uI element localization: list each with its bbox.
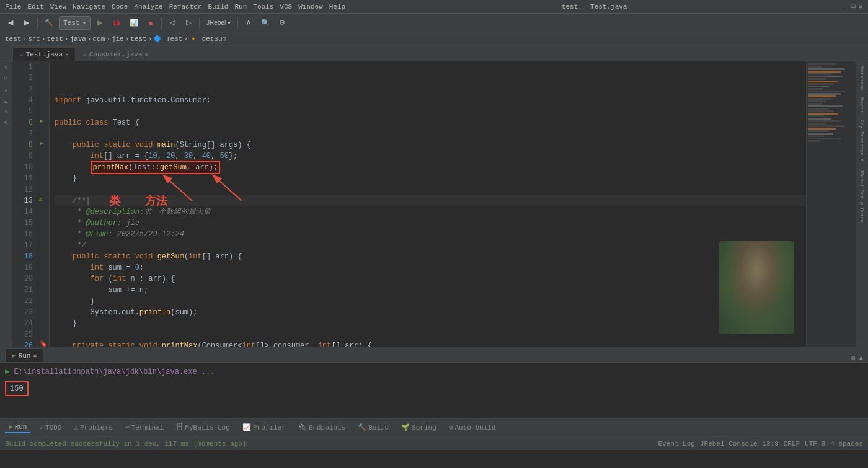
code-editor[interactable]: import java.util.function.Consumer; publ… [50,61,806,347]
breadcrumb-method[interactable]: 🔸 getSum [189,35,226,43]
menu-view[interactable]: View [50,3,66,11]
bottom-tab-problems[interactable]: ⚠ Problems [70,422,116,433]
panel-controls[interactable]: ⚙ ▲ [851,354,868,362]
charset[interactable]: UTF-8 [805,440,825,448]
close-button[interactable]: ✕ [859,2,863,11]
tab-consumer-java-close[interactable]: ✕ [145,51,149,58]
favorites-icon[interactable]: ★ [2,85,10,95]
code-line-12 [55,184,806,195]
menu-analyze[interactable]: Analyze [134,3,162,11]
ln-1: 1 [12,61,33,73]
build-button[interactable]: 🔨 [42,16,56,30]
bottom-tab-spring[interactable]: 🌱 Spring [397,422,440,433]
database-icon[interactable]: Database [859,64,865,92]
run-result-box: 150 [5,381,29,396]
bottom-tab-endpoints[interactable]: 🔌 Endpoints [294,422,349,433]
indent[interactable]: 4 spaces [830,440,863,448]
bottom-tab-autobuild[interactable]: ⚙ Auto-build [445,422,500,433]
bottom-toolbar: ▶ Run ✓ TODO ⚠ Problems ⌨ Terminal 🗄 MyB… [0,418,868,436]
web-icon[interactable]: W [2,118,10,126]
persistence-icon[interactable]: P [2,108,10,116]
bottom-tab-mybatis-label: MyBatis Log [185,424,230,431]
event-log-link[interactable]: Event Log [658,440,695,448]
menu-vcs[interactable]: VCS [280,3,292,11]
panel-settings-icon[interactable]: ⚙ [851,354,856,362]
run-gutter-6[interactable]: ▶ [40,117,43,125]
run-tab-close[interactable]: ✕ [33,352,37,360]
jrebel-right-icon[interactable]: JRebel Setup Guide [859,167,865,225]
minimize-button[interactable]: − [843,2,848,11]
menu-refactor[interactable]: Refactor [169,3,202,11]
bottom-tab-todo[interactable]: ✓ TODO [35,422,65,433]
run-config[interactable]: Test ▾ [59,16,91,30]
run-tab[interactable]: ▶ Run ✕ [5,348,43,362]
back-button[interactable]: ◀ [4,16,17,30]
code-line-7 [55,128,806,139]
jrebel-console-link[interactable]: JRebel Console [700,440,757,448]
bottom-tab-run[interactable]: ▶ Run [5,422,30,433]
run-button[interactable]: ▶ [93,16,107,30]
tab-test-java-close[interactable]: ✕ [65,51,69,58]
tab-test-java[interactable]: ☕ Test.java ✕ [12,47,76,61]
jrebel-button[interactable]: JRebel ▾ [203,16,234,30]
menu-navigate[interactable]: Navigate [73,3,105,11]
key-promoter-icon[interactable]: Key Promoter X [859,117,865,164]
bookmark-gutter-26[interactable]: 🔖 [40,340,47,347]
code-line-16: * @time: 2022/5/29 12:24 [55,229,806,240]
menu-tools[interactable]: Tools [253,3,273,11]
bottom-tab-mybatis[interactable]: 🗄 MyBatis Log [172,422,234,433]
minimap[interactable] [806,61,856,347]
code-line-4: import java.util.function.Consumer; [55,95,806,106]
translate-button[interactable]: A [242,16,255,30]
ln-15: 15 [12,218,33,229]
forward-button[interactable]: ▶ [20,16,33,30]
code-line-17: */ [55,240,806,251]
breadcrumb-jie[interactable]: jie [112,35,124,43]
breadcrumb-test3[interactable]: test [130,35,146,43]
menu-bar[interactable]: File Edit View Navigate Code Analyze Ref… [5,3,345,11]
breadcrumb-test1[interactable]: test [5,35,21,43]
status-left: Build completed successfully in 1 sec, 1… [5,440,246,448]
structure-panel-icon[interactable]: S [2,74,10,82]
ln-18: 18 [12,251,33,262]
menu-help[interactable]: Help [329,3,345,11]
menu-window[interactable]: Window [298,3,323,11]
ln-4: 4 [12,95,33,106]
code-line-8: public static void main(String[] args) { [55,139,806,151]
bottom-tab-profiler[interactable]: 📈 Profiler [239,422,290,433]
code-line-2 [55,73,806,84]
breadcrumb-java[interactable]: java [69,35,86,43]
breadcrumb-test2[interactable]: test [46,35,63,43]
breadcrumb-com[interactable]: com [92,35,105,43]
line-separator[interactable]: CRLF [784,440,800,448]
jrebel-left-icon[interactable]: J [2,98,10,106]
menu-edit[interactable]: Edit [27,3,43,11]
menu-file[interactable]: File [5,3,21,11]
stop-button[interactable]: ■ [144,16,157,30]
editor-content[interactable]: 1 2 3 4 5 6 7 8 9 10 11 12 13 14 15 16 1… [12,61,856,347]
code-line-25 [55,329,806,340]
menu-run[interactable]: Run [234,3,247,11]
maximize-button[interactable]: □ [851,2,856,11]
maven-icon[interactable]: Maven [859,95,865,115]
warning-gutter-13[interactable]: ⚠ [38,195,42,203]
bottom-tab-terminal[interactable]: ⌨ Terminal [122,422,167,433]
coverage-button[interactable]: 📊 [126,16,141,30]
navigate-back-button[interactable]: ◁ [166,16,179,30]
menu-build[interactable]: Build [208,3,228,11]
navigate-forward-button[interactable]: ▷ [182,16,195,30]
menu-code[interactable]: Code [112,3,128,11]
panel-expand-icon[interactable]: ▲ [859,355,863,362]
debug-button[interactable]: 🐞 [109,16,124,30]
project-panel-icon[interactable]: P [2,64,10,72]
code-line-22: } [55,296,806,307]
settings-button[interactable]: ⚙ [275,16,289,30]
run-gutter-8[interactable]: ▶ [40,139,43,147]
breadcrumb-src[interactable]: src [28,35,40,43]
tab-consumer-java[interactable]: ☕ Consumer.java ✕ [76,47,155,61]
window-controls[interactable]: − □ ✕ [843,2,863,11]
search-everywhere-button[interactable]: 🔍 [258,16,273,30]
bottom-tab-build[interactable]: 🔨 Build [354,422,392,433]
breadcrumb-class[interactable]: 🔷 Test [153,35,182,43]
ln-17: 17 [12,240,33,251]
